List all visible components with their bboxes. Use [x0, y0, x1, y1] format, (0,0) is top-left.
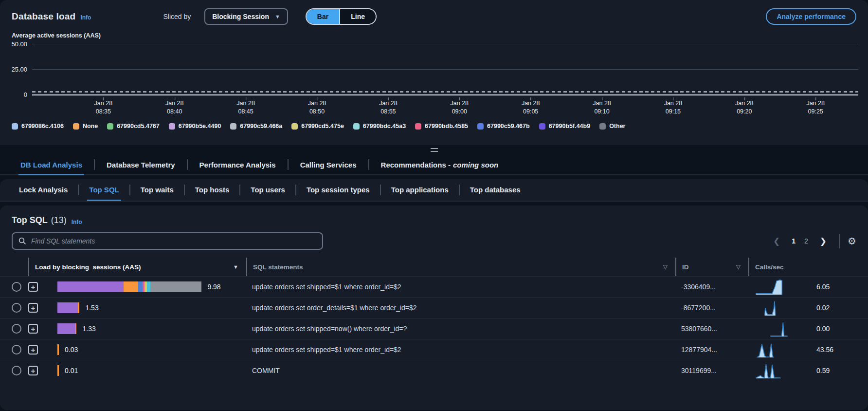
id-cell: 53807660...: [675, 325, 748, 333]
page-1[interactable]: 1: [787, 236, 800, 246]
chart-type-option-line[interactable]: Line: [339, 9, 376, 24]
row-radio-button[interactable]: [12, 303, 21, 313]
top-sql-count: (13): [51, 215, 67, 225]
subtab-top-applications[interactable]: Top applications: [389, 179, 451, 201]
table-body: +9.98update orders set shipped=$1 where …: [0, 276, 868, 381]
y-tick-label: 0: [5, 91, 27, 98]
legend-item[interactable]: 67990b5e.4490: [169, 123, 221, 130]
load-bar-segment: [78, 302, 80, 313]
page-2[interactable]: 2: [800, 236, 813, 246]
expand-row-icon[interactable]: +: [28, 324, 38, 334]
sql-statement-link[interactable]: COMMIT: [252, 367, 280, 374]
legend-label: 67990bdc.45a3: [363, 123, 406, 130]
subtab-lock-analysis[interactable]: Lock Analysis: [17, 179, 70, 201]
legend-item[interactable]: 67990c59.467b: [477, 123, 530, 130]
subtab-top-hosts[interactable]: Top hosts: [193, 179, 232, 201]
load-bar-segment: [57, 302, 78, 313]
load-cell: 1.33: [52, 323, 246, 334]
legend-item[interactable]: Other: [599, 123, 625, 130]
load-cell: 0.03: [52, 344, 246, 355]
radio-cell: [0, 366, 28, 376]
load-bar-segment: [75, 323, 77, 334]
table-row: +1.53update orders set order_details=$1 …: [0, 297, 868, 318]
expand-row-icon[interactable]: +: [28, 345, 38, 355]
resize-handle-icon[interactable]: [431, 148, 438, 152]
load-value: 0.01: [65, 367, 78, 374]
filter-icon[interactable]: ▽: [663, 263, 669, 270]
tab-performance-analysis[interactable]: Performance Analysis: [198, 155, 278, 175]
row-radio-button[interactable]: [12, 324, 21, 334]
gear-icon[interactable]: ⚙: [848, 236, 856, 246]
next-page-button[interactable]: ❯: [815, 235, 831, 247]
load-value: 9.98: [207, 283, 220, 291]
divider: [380, 185, 381, 195]
divider: [368, 159, 369, 170]
sql-statement-link[interactable]: update orders set order_details=$1 where…: [252, 304, 417, 312]
expand-row-icon[interactable]: +: [28, 366, 38, 375]
legend-item[interactable]: 67990cd5.475e: [291, 123, 344, 130]
x-tick-mark: [673, 97, 673, 100]
divider: [288, 159, 289, 170]
subtab-top-users[interactable]: Top users: [249, 179, 287, 201]
row-radio-button[interactable]: [12, 366, 21, 375]
x-tick-mark: [815, 97, 816, 100]
sql-statement-link[interactable]: update orders set shipped=$1 where order…: [252, 346, 401, 354]
tab-calling-services[interactable]: Calling Services: [298, 155, 359, 175]
legend-item[interactable]: 67990bdb.4585: [415, 123, 468, 130]
x-tick-mark: [459, 97, 460, 100]
analyze-performance-button[interactable]: Analyze performance: [766, 8, 856, 25]
legend-item[interactable]: None: [73, 123, 98, 130]
legend-item[interactable]: 67990cd5.4767: [107, 123, 160, 130]
expand-row-icon[interactable]: +: [28, 282, 38, 292]
legend-item[interactable]: 6799086c.4106: [12, 123, 64, 130]
legend-label: Other: [609, 123, 625, 130]
subtab-top-databases[interactable]: Top databases: [468, 179, 523, 201]
calls-sparkline: [755, 341, 789, 358]
sort-desc-icon[interactable]: ▼: [233, 264, 240, 270]
slice-dimension-dropdown[interactable]: Blocking Session ▼: [204, 8, 288, 25]
chart-type-option-bar[interactable]: Bar: [307, 9, 339, 24]
chart-type-toggle: BarLine: [306, 8, 377, 25]
subtab-top-sql[interactable]: Top SQL: [87, 179, 121, 201]
row-radio-button[interactable]: [12, 282, 21, 292]
x-tick-label: Jan 2808:40: [165, 99, 184, 116]
legend-swatch: [291, 123, 298, 130]
column-header-calls: Calls/sec: [748, 258, 868, 276]
x-tick-mark: [602, 97, 602, 100]
load-bar: [57, 344, 59, 355]
row-radio-button[interactable]: [12, 345, 21, 355]
legend-item[interactable]: 67990b5f.44b9: [539, 123, 590, 130]
tab-database-telemetry[interactable]: Database Telemetry: [105, 155, 177, 175]
search-icon: [18, 237, 26, 245]
expand-cell: +: [28, 282, 52, 292]
panel-split-strip: [0, 145, 868, 155]
legend-swatch: [73, 123, 79, 130]
x-tick-mark: [388, 97, 389, 100]
load-value: 1.33: [83, 325, 96, 333]
expand-row-icon[interactable]: +: [28, 303, 38, 313]
tab-recommendations[interactable]: Recommendations -coming soon: [379, 155, 501, 175]
x-tick-label: Jan 2809:20: [735, 99, 754, 116]
legend-item[interactable]: 67990c59.466a: [230, 123, 282, 130]
x-axis-ticks: Jan 2808:35Jan 2808:40Jan 2808:45Jan 280…: [32, 96, 858, 115]
top-sql-info-link[interactable]: Info: [72, 219, 82, 225]
database-load-info-link[interactable]: Info: [80, 14, 91, 21]
tab-db-load-analysis[interactable]: DB Load Analysis: [18, 155, 84, 175]
table-controls: ❮ 12 ❯ ⚙: [0, 226, 868, 255]
legend-label: 67990bdb.4585: [425, 123, 468, 130]
divider: [129, 185, 130, 195]
legend-item[interactable]: 67990bdc.45a3: [353, 123, 406, 130]
sql-statement-link[interactable]: update orders set shipped=$1 where order…: [252, 283, 401, 291]
chevron-down-icon: ▼: [275, 14, 280, 19]
load-value: 1.53: [85, 304, 98, 312]
sql-statement-link[interactable]: update orders set shipped=now() where or…: [252, 325, 407, 333]
search-input[interactable]: [31, 237, 316, 245]
subtab-top-session-types[interactable]: Top session types: [305, 179, 372, 201]
sql-cell: update orders set order_details=$1 where…: [246, 304, 675, 312]
page-numbers: 12: [787, 236, 813, 246]
subtab-top-waits[interactable]: Top waits: [139, 179, 176, 201]
previous-page-button[interactable]: ❮: [769, 235, 784, 247]
table-row: +9.98update orders set shipped=$1 where …: [0, 276, 868, 297]
legend-swatch: [230, 123, 236, 130]
filter-icon[interactable]: ▽: [736, 263, 742, 270]
